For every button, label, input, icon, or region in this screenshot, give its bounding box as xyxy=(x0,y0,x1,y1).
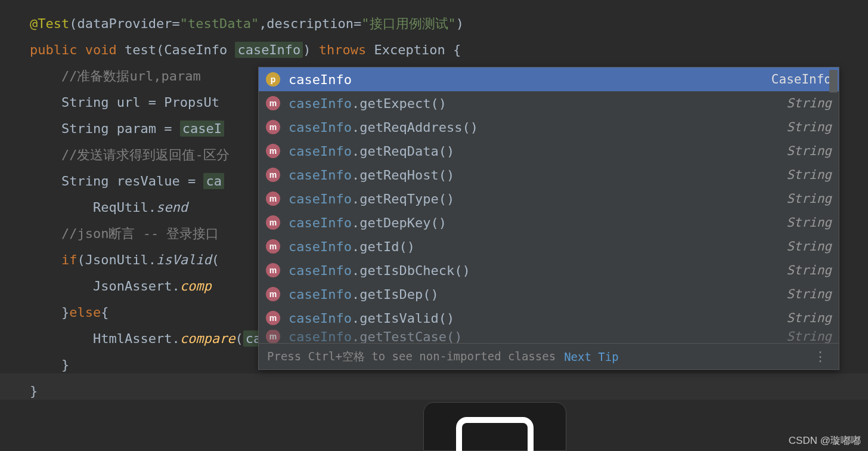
autocomplete-item[interactable]: mcaseInfo.getReqHost()String xyxy=(259,163,839,187)
suggestion-type: String xyxy=(786,144,832,158)
suggestion-type: String xyxy=(786,311,832,325)
chevron-up-icon xyxy=(456,417,534,451)
suggestion-main: caseInfo xyxy=(289,120,352,135)
next-tip-link[interactable]: Next Tip xyxy=(564,350,619,363)
suggestion-suffix: .getIsDbCheck() xyxy=(352,263,470,278)
method-icon: m xyxy=(266,263,280,277)
suggestion-type: CaseInfo xyxy=(771,72,832,87)
autocomplete-item[interactable]: mcaseInfo.getDepKey()String xyxy=(259,211,839,234)
bottom-popup[interactable] xyxy=(423,402,566,451)
suggestion-type: String xyxy=(786,263,832,277)
suggestion-main: caseInfo xyxy=(289,215,352,230)
method-icon: m xyxy=(266,96,280,110)
suggestion-type: String xyxy=(786,215,832,230)
autocomplete-item[interactable]: pcaseInfoCaseInfo xyxy=(259,67,839,91)
suggestion-type: String xyxy=(786,120,832,134)
footer-hint: Press Ctrl+空格 to see non-imported classe… xyxy=(267,349,556,364)
scrollbar-thumb[interactable] xyxy=(829,70,838,92)
autocomplete-footer: Press Ctrl+空格 to see non-imported classe… xyxy=(259,343,839,369)
autocomplete-item[interactable]: mcaseInfo.getIsValid()String xyxy=(259,306,839,330)
watermark: CSDN @璇嘟嘟 xyxy=(789,434,861,447)
autocomplete-item[interactable]: mcaseInfo.getReqAddress()String xyxy=(259,115,839,139)
autocomplete-item[interactable]: mcaseInfo.getReqData()String xyxy=(259,139,839,163)
code-line: } xyxy=(30,378,868,404)
suggestion-main: caseInfo xyxy=(289,168,352,183)
autocomplete-item[interactable]: mcaseInfo.getId()String xyxy=(259,234,839,258)
suggestion-suffix: .getIsDep() xyxy=(352,287,439,302)
suggestion-main: caseInfo xyxy=(289,263,352,278)
more-icon[interactable]: ⋮ xyxy=(810,349,830,364)
suggestion-suffix: .getReqData() xyxy=(352,144,454,159)
method-icon: m xyxy=(266,144,280,158)
suggestion-suffix: .getReqHost() xyxy=(352,168,454,183)
suggestion-type: String xyxy=(786,191,832,206)
autocomplete-item[interactable]: mcaseInfo.getIsDbCheck()String xyxy=(259,258,839,282)
suggestion-main: caseInfo xyxy=(289,239,352,254)
method-icon: m xyxy=(266,239,280,254)
suggestion-main: caseInfo xyxy=(289,72,352,87)
autocomplete-popup[interactable]: pcaseInfoCaseInfomcaseInfo.getExpect()St… xyxy=(258,67,839,370)
suggestion-type: String xyxy=(786,239,832,254)
code-line: public void test(CaseInfo caseInfo) thro… xyxy=(30,37,868,63)
autocomplete-item[interactable]: mcaseInfo.getExpect()String xyxy=(259,91,839,115)
suggestion-suffix: .getReqType() xyxy=(352,191,454,206)
suggestion-suffix: .getId() xyxy=(352,239,415,254)
suggestion-suffix: .getReqAddress() xyxy=(352,120,478,135)
method-icon: m xyxy=(266,120,280,134)
suggestion-main: caseInfo xyxy=(289,287,352,302)
suggestion-type: String xyxy=(786,96,832,110)
method-icon: m xyxy=(266,191,280,206)
autocomplete-item-partial[interactable]: m caseInfo.getTestCase() String xyxy=(259,330,839,343)
suggestion-suffix: .getIsValid() xyxy=(352,311,454,326)
suggestion-suffix: .getExpect() xyxy=(352,96,447,111)
autocomplete-item[interactable]: mcaseInfo.getReqType()String xyxy=(259,187,839,211)
method-icon: m xyxy=(266,215,280,230)
suggestion-main: caseInfo xyxy=(289,191,352,206)
parameter-highlight: caseInfo xyxy=(235,42,303,58)
suggestion-main: caseInfo xyxy=(289,311,352,326)
method-icon: m xyxy=(266,168,280,182)
autocomplete-item[interactable]: mcaseInfo.getIsDep()String xyxy=(259,282,839,306)
method-icon: m xyxy=(266,311,280,325)
suggestion-main: caseInfo xyxy=(289,96,352,111)
suggestion-type: String xyxy=(786,168,832,182)
suggestion-main: caseInfo xyxy=(289,144,352,159)
method-icon: m xyxy=(266,287,280,301)
method-icon: m xyxy=(266,330,280,343)
parameter-icon: p xyxy=(266,72,280,87)
code-line: @Test(dataProvider="testData",descriptio… xyxy=(30,11,868,37)
suggestion-type: String xyxy=(786,287,832,301)
suggestion-suffix: .getDepKey() xyxy=(352,215,447,230)
